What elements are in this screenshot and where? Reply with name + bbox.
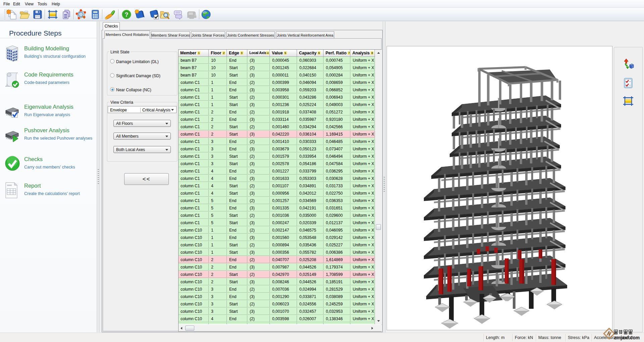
svg-text:?: ?	[125, 11, 129, 18]
svg-text:zmjaxf.com: zmjaxf.com	[614, 335, 640, 340]
